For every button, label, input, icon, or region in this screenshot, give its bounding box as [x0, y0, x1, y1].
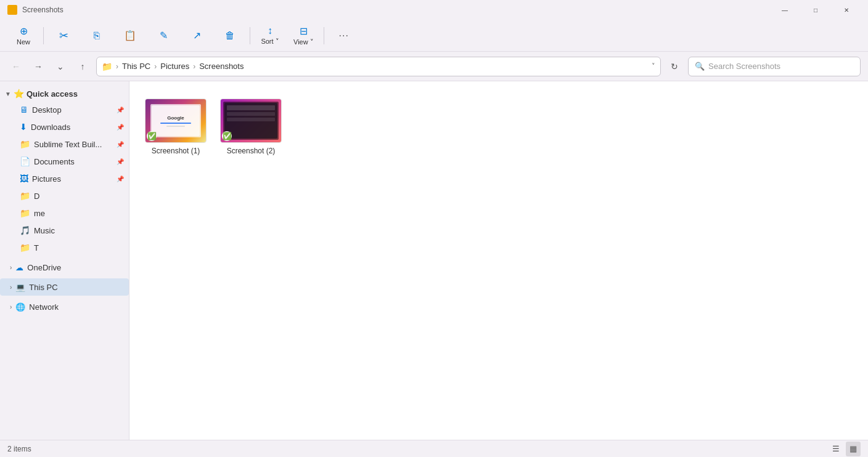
- sidebar-item-network[interactable]: › 🌐 Network: [0, 298, 129, 315]
- main-layout: ▼ ⭐ Quick access 🖥 Desktop 📌 ⬇ Downloads…: [0, 81, 868, 440]
- grid-view-icon: ▦: [850, 444, 857, 453]
- pictures-pin-icon: 📌: [117, 176, 124, 182]
- sidebar-item-onedrive[interactable]: › ☁ OneDrive: [0, 259, 129, 276]
- window-controls: — □ ✕: [771, 0, 861, 20]
- network-label: Network: [29, 302, 59, 312]
- quick-access-header[interactable]: ▼ ⭐ Quick access: [0, 86, 129, 101]
- file-name-screenshot2: Screenshot (2): [227, 147, 276, 155]
- more-icon: ···: [339, 30, 349, 41]
- grid-view-button[interactable]: ▦: [846, 442, 861, 456]
- t-folder-icon: 📁: [20, 243, 30, 253]
- cut-button[interactable]: ✂: [47, 22, 80, 49]
- rename-button[interactable]: ✎: [147, 22, 179, 49]
- file-check-icon-2: ✅: [222, 131, 232, 141]
- search-icon: 🔍: [695, 62, 705, 71]
- onedrive-chevron: ›: [10, 264, 12, 271]
- refresh-button[interactable]: ↻: [666, 58, 683, 75]
- file-check-icon-1: ✅: [147, 131, 157, 141]
- address-bar[interactable]: 📁 › This PC › Pictures › Screenshots ˅: [96, 57, 661, 76]
- sidebar-item-sublime[interactable]: 📁 Sublime Text Buil... 📌: [0, 135, 129, 153]
- breadcrumb-pictures[interactable]: Pictures: [160, 62, 189, 71]
- new-label: New: [17, 38, 30, 46]
- documents-label: Documents: [34, 157, 113, 166]
- toolbar-separator-3: [324, 27, 324, 44]
- desktop-folder-icon: 🖥: [20, 105, 28, 115]
- search-placeholder: Search Screenshots: [708, 62, 780, 71]
- status-bar: 2 items ☰ ▦: [0, 440, 868, 457]
- quick-access-star-icon: ⭐: [14, 89, 24, 99]
- file-item-screenshot1[interactable]: Google ✅ Screenshot (1): [142, 94, 210, 160]
- music-label: Music: [34, 226, 124, 235]
- t-label: T: [34, 243, 124, 253]
- file-grid: Google ✅ Screenshot (1): [142, 94, 856, 160]
- me-label: me: [34, 209, 124, 218]
- more-button[interactable]: ···: [328, 22, 360, 49]
- folder-icon: 📁: [102, 62, 112, 71]
- file-thumbnail-screenshot2: ✅: [220, 99, 282, 143]
- view-icon: ⊟: [300, 25, 308, 37]
- share-icon: ↗: [193, 30, 201, 41]
- quick-access-section: ▼ ⭐ Quick access 🖥 Desktop 📌 ⬇ Downloads…: [0, 86, 129, 256]
- onedrive-section: › ☁ OneDrive: [0, 259, 129, 276]
- sidebar-item-this-pc[interactable]: › 💻 This PC: [0, 278, 129, 296]
- breadcrumb-this-pc[interactable]: This PC: [122, 62, 150, 71]
- this-pc-icon: 💻: [15, 283, 25, 292]
- new-icon: ⊕: [20, 25, 28, 37]
- network-section: › 🌐 Network: [0, 298, 129, 315]
- share-button[interactable]: ↗: [181, 22, 213, 49]
- address-bar-row: ← → ⌄ ↑ 📁 › This PC › Pictures › Screens…: [0, 52, 868, 81]
- paste-icon: 📋: [124, 30, 136, 41]
- content-area: Google ✅ Screenshot (1): [129, 81, 868, 440]
- maximize-button[interactable]: □: [801, 0, 830, 20]
- documents-icon: 📄: [20, 156, 30, 166]
- downloads-pin-icon: 📌: [117, 124, 124, 131]
- sidebar-item-me[interactable]: 📁 me: [0, 204, 129, 222]
- sublime-folder-icon: 📁: [20, 139, 30, 149]
- delete-button[interactable]: 🗑: [214, 22, 246, 49]
- sidebar-item-pictures[interactable]: 🖼 Pictures 📌: [0, 170, 129, 187]
- d-label: D: [34, 192, 124, 201]
- me-folder-icon: 📁: [20, 208, 30, 218]
- forward-button[interactable]: →: [30, 58, 47, 75]
- new-button[interactable]: ⊕ New: [7, 22, 39, 49]
- network-chevron: ›: [10, 304, 12, 310]
- pictures-label: Pictures: [32, 174, 113, 184]
- copy-button[interactable]: ⎘: [81, 22, 113, 49]
- sort-button[interactable]: ↕ Sort ˅: [254, 22, 286, 49]
- up-button[interactable]: ↑: [74, 58, 91, 75]
- breadcrumb-screenshots[interactable]: Screenshots: [199, 62, 244, 71]
- title-bar: Screenshots — □ ✕: [0, 0, 868, 20]
- back-button[interactable]: ←: [7, 58, 25, 75]
- view-button[interactable]: ⊟ View ˅: [287, 22, 320, 49]
- desktop-pin-icon: 📌: [117, 107, 124, 113]
- sidebar-item-documents[interactable]: 📄 Documents 📌: [0, 153, 129, 170]
- view-controls: ☰ ▦: [829, 442, 861, 456]
- sidebar-item-music[interactable]: 🎵 Music: [0, 222, 129, 239]
- search-box[interactable]: 🔍 Search Screenshots: [688, 57, 861, 76]
- quick-access-label: Quick access: [27, 89, 78, 99]
- paste-button[interactable]: 📋: [114, 22, 146, 49]
- app-icon: [7, 5, 17, 15]
- this-pc-label: This PC: [29, 283, 57, 292]
- music-icon: 🎵: [20, 225, 30, 235]
- d-folder-icon: 📁: [20, 191, 30, 201]
- sidebar-item-desktop[interactable]: 🖥 Desktop 📌: [0, 101, 129, 118]
- sidebar-item-d[interactable]: 📁 D: [0, 187, 129, 204]
- sublime-label: Sublime Text Buil...: [34, 140, 113, 149]
- rename-icon: ✎: [160, 30, 168, 41]
- pictures-icon: 🖼: [20, 174, 28, 184]
- desktop-label: Desktop: [32, 105, 113, 115]
- this-pc-chevron: ›: [10, 284, 12, 291]
- list-view-button[interactable]: ☰: [829, 442, 843, 456]
- recent-locations-button[interactable]: ⌄: [52, 58, 69, 75]
- address-chevron-icon: ˅: [652, 62, 655, 70]
- sidebar-item-t[interactable]: 📁 T: [0, 239, 129, 256]
- status-count: 2 items: [7, 445, 31, 453]
- list-view-icon: ☰: [832, 444, 840, 453]
- file-item-screenshot2[interactable]: ✅ Screenshot (2): [217, 94, 285, 160]
- sidebar-item-downloads[interactable]: ⬇ Downloads 📌: [0, 118, 129, 135]
- minimize-button[interactable]: —: [771, 0, 799, 20]
- onedrive-label: OneDrive: [27, 263, 61, 272]
- close-button[interactable]: ✕: [832, 0, 861, 20]
- cut-icon: ✂: [59, 29, 68, 42]
